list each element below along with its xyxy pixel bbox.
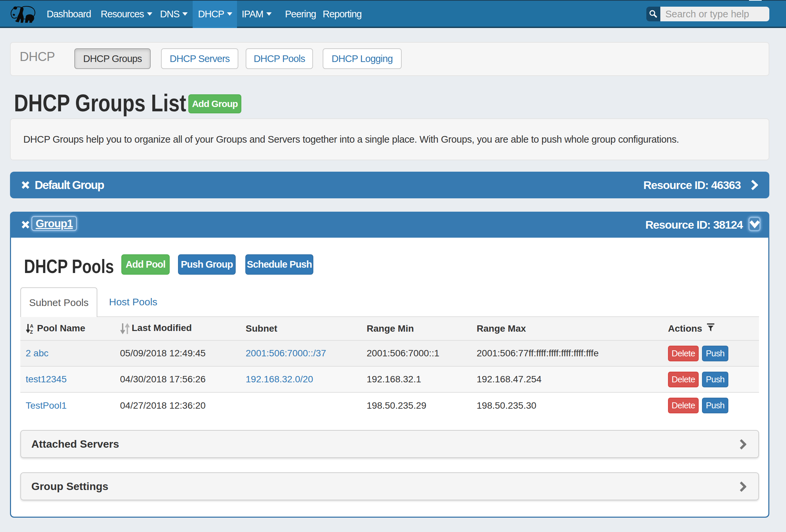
svg-text:A: A <box>30 323 33 329</box>
svg-text:Z: Z <box>30 329 33 334</box>
